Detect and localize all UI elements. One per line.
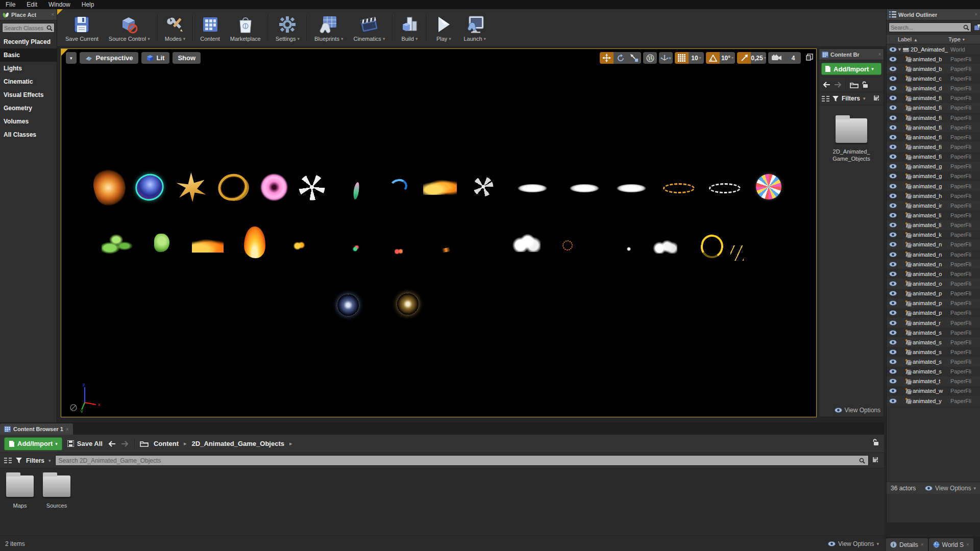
save-current-button[interactable]: Save Current: [60, 11, 104, 45]
folder-icon[interactable]: [850, 82, 859, 88]
sprite-speckwhite[interactable]: [625, 246, 632, 252]
back-icon[interactable]: [822, 82, 830, 88]
label-column-header[interactable]: Label▲: [887, 36, 948, 42]
eye-icon[interactable]: [888, 184, 897, 189]
eye-icon[interactable]: [888, 291, 897, 296]
outliner-row[interactable]: animated_fiPaperFli: [887, 103, 980, 113]
rotate-tool-button[interactable]: [614, 52, 627, 64]
sprite-wisp[interactable]: [353, 182, 360, 199]
sprite-firerow[interactable]: [192, 237, 224, 253]
outliner-row[interactable]: animated_kPaperFli: [887, 230, 980, 240]
outliner-row[interactable]: animated_sPaperFli: [887, 347, 980, 357]
breadcrumb-folder[interactable]: 2D_Animated_Game_Objects: [192, 440, 284, 447]
outliner-row[interactable]: animated_fiPaperFli: [887, 93, 980, 103]
rotation-snap-value[interactable]: 10°▾: [720, 52, 735, 64]
menu-item[interactable]: File: [0, 0, 21, 9]
sprite-spiral[interactable]: [299, 174, 325, 201]
eye-icon[interactable]: [888, 340, 897, 345]
outliner-row[interactable]: animated_gPaperFli: [887, 171, 980, 181]
eye-icon[interactable]: [888, 232, 897, 237]
surface-snap-button[interactable]: ▾: [659, 52, 673, 64]
outliner-row[interactable]: animated_gPaperFli: [887, 181, 980, 191]
sprite-fireworkblue[interactable]: [337, 294, 359, 316]
eye-icon[interactable]: [888, 125, 897, 130]
eye-icon[interactable]: [888, 173, 897, 179]
eye-icon[interactable]: [888, 193, 897, 198]
outliner-row[interactable]: animated_oPaperFli: [887, 269, 980, 279]
scale-tool-button[interactable]: [627, 52, 641, 64]
sprite-flamebig[interactable]: [244, 227, 265, 258]
eye-icon[interactable]: [888, 349, 897, 355]
outliner-row[interactable]: animated_pPaperFli: [887, 298, 980, 308]
sprite-yellowring[interactable]: [699, 233, 726, 260]
lock-icon[interactable]: [873, 439, 879, 446]
close-icon[interactable]: ×: [51, 12, 54, 17]
forward-icon[interactable]: [121, 441, 129, 447]
category-recently-placed[interactable]: Recently Placed: [0, 35, 57, 48]
outliner-row[interactable]: animated_liPaperFli: [887, 220, 980, 230]
sprite-wellipse[interactable]: [570, 184, 599, 192]
save-all-button[interactable]: Save All: [67, 440, 103, 447]
camera-speed-value[interactable]: 4: [786, 52, 801, 64]
eye-icon[interactable]: [888, 57, 897, 62]
category-cinematic[interactable]: Cinematic: [0, 75, 57, 88]
outliner-row[interactable]: animated_fiPaperFli: [887, 132, 980, 142]
menu-item[interactable]: Help: [76, 0, 100, 9]
outliner-row[interactable]: animated_cPaperFli: [887, 73, 980, 83]
eye-icon[interactable]: [888, 398, 897, 404]
eye-icon[interactable]: [888, 66, 897, 71]
sprite-star[interactable]: [176, 172, 206, 202]
cb-view-options[interactable]: View Options ▾: [828, 540, 879, 547]
content-button[interactable]: Content: [195, 11, 225, 45]
outliner-row[interactable]: animated_wPaperFli: [887, 386, 980, 396]
sprite-cloud[interactable]: [512, 233, 541, 252]
sprite-sparkgold[interactable]: [293, 242, 305, 250]
eye-icon[interactable]: [888, 135, 897, 140]
outliner-row[interactable]: animated_hPaperFli: [887, 191, 980, 201]
chevron-down-icon[interactable]: ▾: [383, 36, 385, 41]
cinematics-button[interactable]: Cinematics▾: [348, 11, 390, 45]
content-browser-dock-tab[interactable]: Content Br ×: [819, 49, 884, 60]
sprite-cloud2[interactable]: [652, 240, 677, 254]
eye-icon[interactable]: [888, 222, 897, 228]
eye-icon[interactable]: [888, 76, 897, 81]
outliner-row[interactable]: animated_pPaperFli: [887, 308, 980, 318]
grid-snap-value[interactable]: 10▾: [689, 52, 704, 64]
menu-item[interactable]: Edit: [21, 0, 43, 9]
folder-maps[interactable]: Maps: [5, 475, 35, 535]
save-search-icon[interactable]: [873, 457, 880, 464]
outliner-row[interactable]: animated_nPaperFli: [887, 249, 980, 259]
eye-icon[interactable]: [888, 271, 897, 277]
close-icon[interactable]: ×: [878, 52, 881, 57]
scale-snap-toggle[interactable]: [737, 52, 751, 64]
marketplace-button[interactable]: Marketplace: [225, 11, 266, 45]
eye-icon[interactable]: [888, 203, 897, 208]
outliner-view-options[interactable]: View Options ▾: [925, 485, 976, 492]
outliner-row[interactable]: animated_sPaperFli: [887, 337, 980, 347]
close-icon[interactable]: ×: [966, 542, 969, 547]
chevron-down-icon[interactable]: ▾: [148, 36, 150, 41]
close-icon[interactable]: ×: [66, 427, 69, 432]
eye-icon[interactable]: [888, 47, 897, 52]
category-volumes[interactable]: Volumes: [0, 115, 57, 128]
eye-icon[interactable]: [888, 320, 897, 325]
tab-world-settings[interactable]: World S ×: [929, 538, 973, 551]
search-classes-input[interactable]: [4, 25, 46, 31]
outliner-search-input[interactable]: [891, 24, 963, 31]
eye-icon[interactable]: [888, 369, 897, 374]
outliner-row[interactable]: animated_pPaperFli: [887, 289, 980, 298]
content-search-box[interactable]: [55, 455, 869, 466]
sprite-greenblob[interactable]: [154, 234, 169, 252]
eye-icon[interactable]: [888, 310, 897, 315]
maximize-viewport-button[interactable]: [806, 54, 813, 63]
sprite-sparkgreen[interactable]: [353, 245, 359, 252]
sprite-pinwheel[interactable]: [756, 174, 781, 199]
outliner-row[interactable]: animated_tPaperFli: [887, 377, 980, 386]
filters-button[interactable]: Filters: [842, 95, 860, 102]
source-control-button[interactable]: Source Control▾: [104, 11, 155, 45]
build-button[interactable]: Build▾: [395, 11, 424, 45]
outliner-row[interactable]: animated_fiPaperFli: [887, 142, 980, 152]
show-button[interactable]: Show: [173, 52, 201, 64]
outliner-row[interactable]: animated_bPaperFli: [887, 54, 980, 64]
filters-button[interactable]: Filters: [26, 457, 44, 464]
